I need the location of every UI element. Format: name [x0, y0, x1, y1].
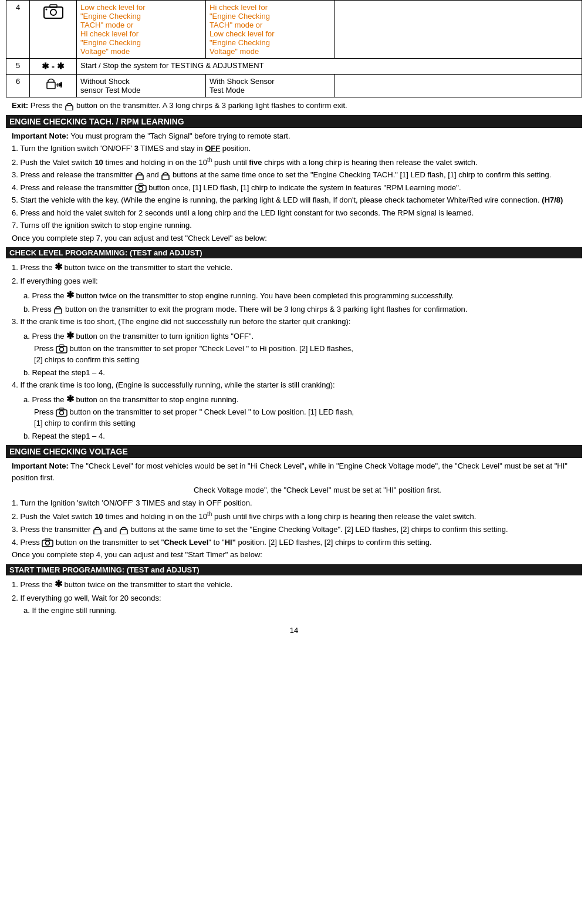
lock-inline-icon: [65, 102, 74, 110]
asterisk-dash-asterisk-icon: ✱ - ✱: [42, 61, 65, 71]
camera-icon-inline1: [135, 183, 147, 193]
engine-voltage-content: Important Note: The "Check Level" for mo…: [12, 460, 576, 560]
lock-icon-inline5: [119, 526, 129, 534]
table-row-4: 4 Low check level for"Engine CheckingTAC…: [6, 1, 582, 59]
svg-point-15: [59, 348, 63, 352]
svg-rect-7: [66, 106, 73, 110]
row-icon-6: + ✱: [30, 75, 77, 97]
camera-icon: [43, 3, 64, 19]
lock-icon-inline4: [93, 526, 102, 534]
table-row-6: 6 + ✱ Without Shocksensor Test Mode With…: [6, 75, 582, 97]
svg-point-23: [46, 541, 50, 545]
svg-rect-20: [94, 530, 101, 534]
start-timer-header: START TIMER PROGRAMMING: (TEST and ADJUS…: [6, 564, 582, 575]
row5-col1: Start / Stop the system for TESTING & AD…: [77, 59, 582, 75]
row-num-4: 4: [6, 1, 30, 59]
svg-rect-9: [162, 175, 169, 180]
engine-tach-header: ENGINE CHECKING TACH. / RPM LEARNING: [6, 115, 582, 128]
start-timer-content: 1. Press the ✱ button twice on the trans…: [12, 577, 576, 617]
table-row-5: 5 ✱ - ✱ Start / Stop the system for TEST…: [6, 59, 582, 75]
row-icon-4: [30, 1, 77, 59]
svg-point-18: [59, 411, 63, 415]
svg-point-1: [50, 9, 56, 15]
exit-line: Exit: Press the button on the transmitte…: [12, 100, 576, 112]
check-level-content: 1. Press the ✱ button twice on the trans…: [12, 260, 576, 442]
row-num-5: 5: [6, 59, 30, 75]
svg-point-11: [138, 187, 143, 191]
svg-rect-4: [47, 82, 55, 89]
svg-text:✱: ✱: [58, 81, 62, 89]
row6-col2: With Shock SensorTest Mode: [206, 75, 335, 97]
svg-rect-21: [120, 530, 127, 534]
row-icon-5: ✱ - ✱: [30, 59, 77, 75]
row4-col3: [335, 1, 582, 59]
row4-col1: Low check level for"Engine CheckingTACH"…: [77, 1, 206, 59]
lock-icon-inline2: [161, 171, 170, 180]
lock-plus-icon: + ✱: [45, 77, 62, 90]
check-level-header: CHECK LEVEL PROGRAMMING: (TEST and ADJUS…: [6, 247, 582, 258]
camera-icon-inline4: [42, 538, 53, 547]
row-num-6: 6: [6, 75, 30, 97]
engine-voltage-header: ENGINE CHECKING VOLTAGE: [6, 445, 582, 458]
main-table: 4 Low check level for"Engine CheckingTAC…: [6, 0, 582, 97]
lock-icon-inline1: [135, 171, 144, 180]
engine-tach-content: Important Note: You must program the "Ta…: [12, 130, 576, 244]
row6-col1: Without Shocksensor Test Mode: [77, 75, 206, 97]
svg-point-3: [45, 9, 47, 11]
row4-col2: Hi check level for"Engine CheckingTACH" …: [206, 1, 335, 59]
row6-col3: [335, 75, 582, 97]
svg-rect-2: [50, 5, 57, 8]
page-number: 14: [6, 626, 582, 635]
svg-rect-8: [136, 175, 143, 180]
camera-icon-inline2: [56, 344, 67, 353]
svg-rect-13: [55, 309, 62, 314]
camera-icon-inline3: [56, 407, 67, 417]
lock-icon-inline3: [53, 305, 63, 314]
